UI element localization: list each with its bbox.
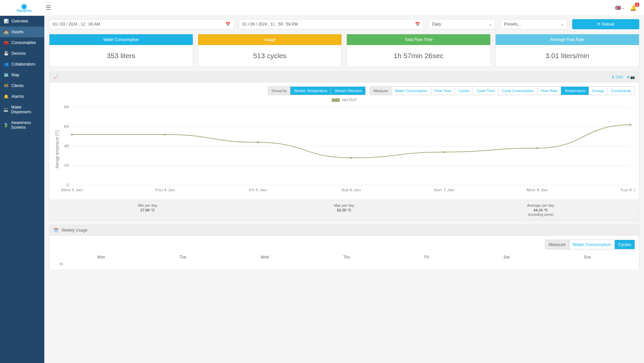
- reload-label: Reload: [602, 22, 614, 27]
- device-icon: 💾: [3, 51, 9, 56]
- measure-cycle-consumption[interactable]: Cycle Consumption: [499, 87, 538, 95]
- sidebar-item-label: Overview: [11, 19, 28, 24]
- sitemap-icon: 🧑‍🤝‍🧑: [3, 83, 9, 88]
- sidebar-item-awareness-screens[interactable]: 🍃Awareness Screens: [0, 117, 44, 133]
- export-csv-button[interactable]: ⬇ CSV: [611, 75, 623, 79]
- sidebar-item-devices[interactable]: 💾Devices: [0, 48, 44, 59]
- sidebar-item-map[interactable]: 🗺️Map: [0, 70, 44, 80]
- svg-text:0: 0: [66, 183, 69, 187]
- day-label: Sun: [584, 255, 591, 259]
- measure-energy[interactable]: Energy: [589, 87, 608, 95]
- stat-value: 353 liters: [49, 45, 193, 67]
- reload-button[interactable]: ⟳ Reload: [572, 19, 639, 29]
- chart-avg: Average per day 44.10 °C (excluding zero…: [443, 200, 639, 220]
- weekly-option-cycles[interactable]: Cycles: [615, 240, 635, 249]
- logo[interactable]: ◉ Aquaphys: [4, 3, 44, 13]
- stat-header: Average Flow Rate: [496, 34, 639, 45]
- svg-point-20: [257, 142, 259, 143]
- chart-max-value: 62.28 °C: [246, 208, 442, 212]
- chart-legend: Hot OUT: [53, 98, 635, 102]
- calendar-icon: 📅: [415, 22, 420, 27]
- svg-text:Wed 3 Jan: Wed 3 Jan: [61, 188, 83, 192]
- sidebar-item-alarms[interactable]: 🔔Alarms: [0, 91, 44, 102]
- sidebar-item-assets[interactable]: 🏫Assets: [0, 27, 44, 37]
- weekly-title: Weekly Usage: [61, 228, 87, 233]
- chevron-down-icon: ▾: [622, 7, 624, 10]
- sidebar-item-consumables[interactable]: 🧰Consumables: [0, 37, 44, 48]
- sidebar-item-collaborators[interactable]: 👥Collaborators: [0, 59, 44, 70]
- calendar-icon: 📅: [225, 22, 230, 27]
- svg-point-23: [536, 147, 539, 149]
- chart-toggles: Group by Stream Temperature Stream Direc…: [53, 86, 635, 95]
- flag-icon: 🇬🇧: [615, 5, 621, 10]
- weekly-usage-panel: 🗓️ Weekly Usage Measure Water Consumptio…: [49, 225, 639, 270]
- sidebar-item-label: Assets: [11, 30, 24, 34]
- measure-cycle-time[interactable]: Cycle Time: [473, 87, 498, 95]
- presets-select[interactable]: Presets... ⌄: [500, 19, 567, 29]
- svg-text:Sat 6 Jan: Sat 6 Jan: [341, 188, 361, 192]
- chevron-down-icon: ⌄: [489, 22, 492, 27]
- svg-text:Mon 8 Jan: Mon 8 Jan: [526, 188, 548, 192]
- chevron-down-icon: ⌄: [560, 22, 564, 27]
- stat-header: Usage: [198, 34, 341, 45]
- dashboard-icon: 📊: [3, 19, 9, 24]
- sidebar-item-water-dispensers[interactable]: 💻Water Dispensers: [0, 102, 44, 117]
- users-icon: 👥: [3, 62, 9, 67]
- day-label: Thu: [343, 255, 350, 259]
- svg-point-18: [71, 134, 73, 135]
- measure-flow-rate[interactable]: Flow Rate: [538, 87, 561, 95]
- date-from-input[interactable]: 01 / 03 / 2024 , 12 : 00 AM 📅: [49, 19, 234, 29]
- stats-row: Water Consumption 353 liters Usage 513 c…: [49, 34, 639, 67]
- date-to-input[interactable]: 01 / 09 / 2024 , 11 : 59 : 59 PM 📅: [239, 19, 424, 29]
- sidebar-item-label: Devices: [11, 51, 26, 56]
- language-selector[interactable]: 🇬🇧 ▾: [615, 5, 624, 10]
- day-label: Fri: [424, 255, 429, 259]
- monitor-icon: 💻: [3, 107, 8, 112]
- svg-text:Fri 5 Jan: Fri 5 Jan: [249, 188, 267, 192]
- frequency-value: Daily: [432, 22, 441, 27]
- weekly-measure-toggle: Measure Water Consumption Cycles: [545, 240, 635, 249]
- group-by-stream-direction[interactable]: Stream Direction: [331, 87, 365, 95]
- group-by-stream-temperature[interactable]: Stream Temperature: [290, 87, 331, 95]
- measure-water-consumption[interactable]: Water Consumption: [392, 87, 431, 95]
- sidebar-item-label: Alarms: [11, 94, 24, 99]
- temperature-chart: 020406080Average temperature (°C)Wed 3 J…: [53, 104, 635, 196]
- measure-temperature[interactable]: Temperature: [561, 87, 589, 95]
- toolbox-icon: 🧰: [3, 40, 9, 45]
- stat-value: 513 cycles: [198, 45, 341, 67]
- logo-text: Aquaphys: [17, 9, 32, 12]
- sidebar-item-overview[interactable]: 📊Overview: [0, 16, 44, 27]
- measure-cycles[interactable]: Cycles: [455, 87, 473, 95]
- svg-point-21: [350, 157, 352, 159]
- sidebar-item-clients[interactable]: 🧑‍🤝‍🧑Clients: [0, 80, 44, 91]
- stat-water-consumption: Water Consumption 353 liters: [49, 34, 193, 67]
- notification-bell[interactable]: 🔔 1: [630, 5, 637, 11]
- svg-text:40: 40: [64, 144, 69, 148]
- frequency-select[interactable]: Daily ⌄: [428, 19, 496, 29]
- chart-icon: 📈: [53, 75, 58, 79]
- stat-header: Water Consumption: [49, 34, 193, 45]
- stat-flow-time: Total Flow Time 1h 57min 26sec: [347, 34, 491, 67]
- group-by-label: Group by: [268, 87, 290, 95]
- measure-flow-time[interactable]: Flow Time: [431, 87, 455, 95]
- refresh-icon: ⟳: [597, 22, 600, 27]
- stat-flow-rate: Average Flow Rate 3.01 liters/min: [495, 34, 639, 67]
- sidebar-item-label: Consumables: [11, 40, 36, 45]
- topbar: ◉ Aquaphys ☰ 🇬🇧 ▾ 🔔 1: [0, 0, 644, 16]
- weekly-option-water-consumption[interactable]: Water Consumption: [569, 240, 615, 249]
- export-image-button[interactable]: 🗎📷: [627, 75, 635, 79]
- chart-summary-footer: Min per day 27.60 °C Max per day 62.28 °…: [49, 200, 639, 220]
- weekly-day-labels: Mon Tue Wed Thu Fri Sat Sun: [53, 252, 635, 262]
- sidebar-item-label: Water Dispensers: [11, 105, 41, 114]
- map-icon: 🗺️: [3, 73, 9, 77]
- menu-toggle-icon[interactable]: ☰: [46, 4, 51, 11]
- svg-point-22: [443, 151, 445, 153]
- weekly-panel-header: 🗓️ Weekly Usage: [49, 225, 639, 236]
- day-label: Mon: [97, 255, 105, 259]
- stat-usage: Usage 513 cycles: [198, 34, 342, 67]
- svg-point-19: [164, 134, 166, 135]
- temperature-chart-panel: 📈 ⬇ CSV 🗎📷 Group by Stream Temperature S…: [49, 72, 639, 220]
- main-content: 01 / 03 / 2024 , 12 : 00 AM 📅 01 / 09 / …: [44, 16, 644, 278]
- measure-conductivity[interactable]: Conductivity: [608, 87, 635, 95]
- chart-min: Min per day 27.60 °C: [49, 200, 246, 220]
